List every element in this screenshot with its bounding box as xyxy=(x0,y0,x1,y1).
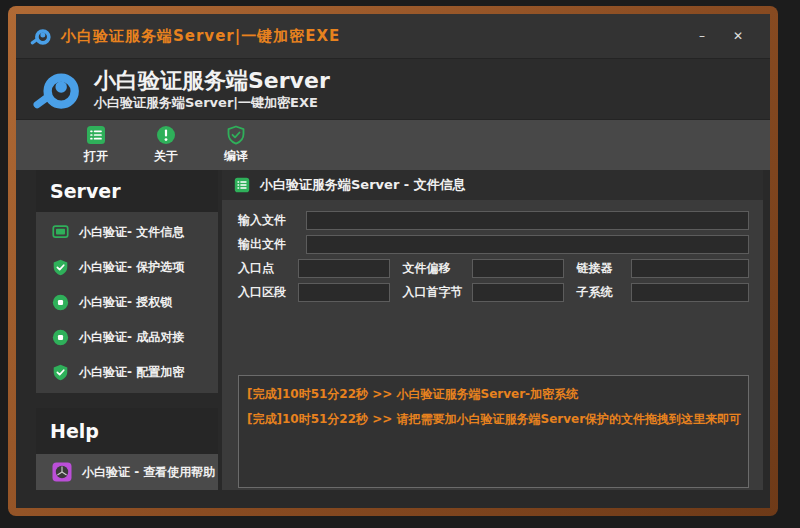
log-line: [完成]10时51分22秒 >> 请把需要加小白验证服务端Server保护的文件… xyxy=(247,407,740,432)
list-icon xyxy=(86,125,106,145)
app-logo-icon xyxy=(30,25,52,47)
toolbar: 打开 关于 编译 xyxy=(16,120,770,170)
sidebar-item-label: 小白验证 - 查看使用帮助 xyxy=(82,464,215,481)
subsystem-field[interactable] xyxy=(631,283,749,302)
window-frame: 小白验证服务端Server|一键加密EXE – ✕ 小白验证服务端Server … xyxy=(8,6,778,516)
compile-button-label: 编译 xyxy=(224,148,248,165)
sidebar-item-file-info[interactable]: 小白验证- 文件信息 xyxy=(36,215,218,250)
header-subtitle: 小白验证服务端Server|一键加密EXE xyxy=(94,94,330,111)
entry-point-label: 入口点 xyxy=(238,260,298,277)
file-offset-label: 文件偏移 xyxy=(402,260,472,277)
minimize-button[interactable]: – xyxy=(688,23,716,49)
shield-check-icon xyxy=(52,259,69,276)
linker-field[interactable] xyxy=(631,259,749,278)
form-row-input-file: 输入文件 xyxy=(238,211,749,230)
sidebar-item-label: 小白验证- 成品对接 xyxy=(79,329,184,346)
subsystem-label: 子系统 xyxy=(576,284,631,301)
app-logo-large-icon xyxy=(32,64,82,114)
log-output[interactable]: [完成]10时51分22秒 >> 小白验证服务端Server-加密系统 [完成]… xyxy=(238,375,749,488)
shield-check-icon xyxy=(52,364,69,381)
panel-title: 小白验证服务端Server - 文件信息 xyxy=(260,176,466,194)
form-row-section: 入口区段 入口首字节 子系统 xyxy=(238,283,749,302)
sidebar-item-auth-lock[interactable]: 小白验证- 授权锁 xyxy=(36,285,218,320)
info-icon xyxy=(156,125,176,145)
form-row-output-file: 输出文件 xyxy=(238,235,749,254)
compile-button[interactable]: 编译 xyxy=(208,122,264,168)
content-region: Server 小白验证- 文件信息 小白验证 xyxy=(16,170,770,508)
sidebar-server-header: Server xyxy=(36,170,218,212)
about-button-label: 关于 xyxy=(154,148,178,165)
output-file-label: 输出文件 xyxy=(238,236,306,253)
record-icon xyxy=(52,329,69,346)
output-file-field[interactable] xyxy=(306,235,749,254)
sidebar-item-view-help[interactable]: 小白验证 - 查看使用帮助 xyxy=(36,454,218,490)
app-window: 小白验证服务端Server|一键加密EXE – ✕ 小白验证服务端Server … xyxy=(16,14,770,508)
main-panel: 小白验证服务端Server - 文件信息 输入文件 输出文件 入口点 文件偏移 xyxy=(222,170,763,490)
sidebar-item-product-dock[interactable]: 小白验证- 成品对接 xyxy=(36,320,218,355)
record-icon xyxy=(52,294,69,311)
form-row-entry: 入口点 文件偏移 链接器 xyxy=(238,259,749,278)
close-button[interactable]: ✕ xyxy=(724,23,752,49)
window-title: 小白验证服务端Server|一键加密EXE xyxy=(61,27,340,46)
about-button[interactable]: 关于 xyxy=(138,122,194,168)
cube-icon xyxy=(52,462,72,482)
entry-section-label: 入口区段 xyxy=(238,284,298,301)
monitor-icon xyxy=(52,224,69,241)
log-line: [完成]10时51分22秒 >> 小白验证服务端Server-加密系统 xyxy=(247,382,740,407)
sidebar-item-label: 小白验证- 保护选项 xyxy=(79,259,184,276)
titlebar: 小白验证服务端Server|一键加密EXE – ✕ xyxy=(16,14,770,58)
sidebar-item-label: 小白验证- 授权锁 xyxy=(79,294,172,311)
open-button[interactable]: 打开 xyxy=(68,122,124,168)
header-text: 小白验证服务端Server 小白验证服务端Server|一键加密EXE xyxy=(94,68,330,111)
sidebar-item-config-encrypt[interactable]: 小白验证- 配置加密 xyxy=(36,355,218,390)
sidebar-spacer xyxy=(36,393,218,408)
shield-check-outline-icon xyxy=(226,125,246,145)
input-file-label: 输入文件 xyxy=(238,212,306,229)
sidebar-server-items: 小白验证- 文件信息 小白验证- 保护选项 xyxy=(36,212,218,393)
file-offset-field[interactable] xyxy=(472,259,564,278)
linker-label: 链接器 xyxy=(576,260,631,277)
sidebar: Server 小白验证- 文件信息 小白验证 xyxy=(36,170,218,490)
entry-point-field[interactable] xyxy=(298,259,390,278)
window-controls: – ✕ xyxy=(688,23,770,49)
entry-first-byte-label: 入口首字节 xyxy=(402,284,472,301)
panel-body: 输入文件 输出文件 入口点 文件偏移 链接器 xyxy=(222,200,763,490)
sidebar-item-label: 小白验证- 文件信息 xyxy=(79,224,184,241)
entry-section-field[interactable] xyxy=(298,283,390,302)
entry-first-byte-field[interactable] xyxy=(472,283,564,302)
sidebar-item-label: 小白验证- 配置加密 xyxy=(79,364,184,381)
panel-header: 小白验证服务端Server - 文件信息 xyxy=(222,170,763,200)
header-banner: 小白验证服务端Server 小白验证服务端Server|一键加密EXE xyxy=(16,58,770,120)
sidebar-help-header: Help xyxy=(36,408,218,454)
input-file-field[interactable] xyxy=(306,211,749,230)
open-button-label: 打开 xyxy=(84,148,108,165)
sidebar-item-protect-options[interactable]: 小白验证- 保护选项 xyxy=(36,250,218,285)
list-icon xyxy=(234,177,250,193)
header-title: 小白验证服务端Server xyxy=(94,68,330,94)
